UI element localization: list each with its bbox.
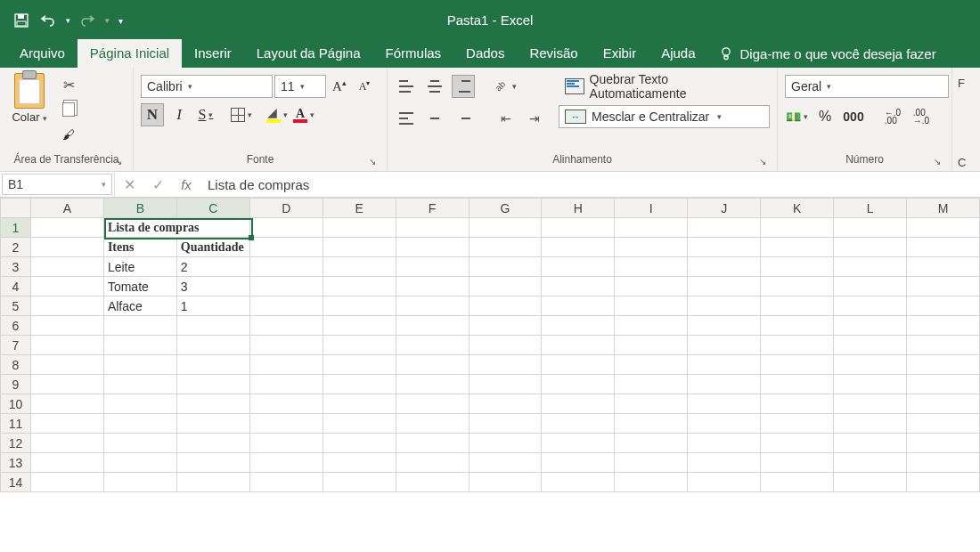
cell-A3[interactable] [30,257,103,277]
cell-C12[interactable] [176,434,249,453]
row-header-9[interactable]: 9 [1,375,31,394]
cell-L14[interactable] [834,473,907,492]
row-header-2[interactable]: 2 [1,238,31,257]
cell-E9[interactable] [323,375,396,394]
cell-A10[interactable] [30,394,103,414]
wrap-text-button[interactable]: Quebrar Texto Automaticamente [559,75,770,98]
row-header-4[interactable]: 4 [1,277,31,296]
cell-I9[interactable] [615,375,688,394]
row-header-12[interactable]: 12 [1,434,31,453]
cell-H10[interactable] [542,394,615,414]
cell-M1[interactable] [906,218,979,238]
cell-F8[interactable] [396,355,469,375]
tab-inserir[interactable]: Inserir [182,39,244,68]
cell-G1[interactable] [469,218,542,238]
cell-J11[interactable] [688,414,761,434]
cell-H11[interactable] [542,414,615,434]
cell-L1[interactable] [834,218,907,238]
cell-G13[interactable] [469,453,542,473]
cell-G6[interactable] [469,316,542,336]
merge-center-button[interactable]: Mesclar e Centralizar [559,105,770,128]
cell-A14[interactable] [30,473,103,492]
col-header-K[interactable]: K [761,199,834,218]
cell-F14[interactable] [396,473,469,492]
tab-revis-o[interactable]: Revisão [517,39,590,68]
align-bottom-button[interactable] [452,75,475,98]
cell-K5[interactable] [761,296,834,316]
cell-C2[interactable]: Quantidade [176,238,249,257]
cell-L3[interactable] [834,257,907,277]
cell-D12[interactable] [249,434,323,453]
cell-J9[interactable] [688,375,761,394]
cell-J2[interactable] [688,238,761,257]
row-header-6[interactable]: 6 [1,316,31,336]
tab-file[interactable]: Arquivo [7,39,78,68]
redo-dropdown[interactable]: ▾ [102,8,112,33]
cell-K1[interactable] [761,218,834,238]
cell-D5[interactable] [249,296,323,316]
cell-K11[interactable] [761,414,834,434]
cell-L11[interactable] [834,414,907,434]
cell-H14[interactable] [542,473,615,492]
cell-L8[interactable] [834,355,907,375]
cell-D2[interactable] [249,238,323,257]
cell-J3[interactable] [688,257,761,277]
cell-M8[interactable] [906,355,979,375]
cell-D11[interactable] [249,414,323,434]
col-header-I[interactable]: I [615,199,688,218]
cell-F10[interactable] [396,394,469,414]
col-header-M[interactable]: M [906,199,979,218]
cell-F11[interactable] [396,414,469,434]
increase-decimal-button[interactable]: ←.0.00 [881,105,904,128]
cell-G9[interactable] [469,375,542,394]
redo-button[interactable] [75,8,100,33]
cell-L2[interactable] [834,238,907,257]
orientation-button[interactable] [494,75,518,98]
cell-G14[interactable] [469,473,542,492]
cell-K6[interactable] [761,316,834,336]
cell-I12[interactable] [615,434,688,453]
cell-L13[interactable] [834,453,907,473]
cell-J1[interactable] [688,218,761,238]
cell-M9[interactable] [906,375,979,394]
cell-L4[interactable] [834,277,907,296]
cell-A13[interactable] [30,453,103,473]
cell-I13[interactable] [615,453,688,473]
row-header-14[interactable]: 14 [1,473,31,492]
cell-D1[interactable] [249,218,323,238]
cell-D4[interactable] [249,277,323,296]
cell-F9[interactable] [396,375,469,394]
cell-K12[interactable] [761,434,834,453]
increase-indent-button[interactable] [523,107,546,130]
col-header-L[interactable]: L [834,199,907,218]
insert-function-button[interactable]: fx [172,177,200,192]
cell-K8[interactable] [761,355,834,375]
cell-I5[interactable] [615,296,688,316]
cell-B8[interactable] [103,355,176,375]
percent-format-button[interactable]: % [813,105,837,128]
cell-M3[interactable] [906,257,979,277]
align-middle-button[interactable] [423,75,446,98]
qat-customize[interactable]: ▾ [114,8,127,33]
number-dialog-launcher[interactable]: ↘ [932,157,943,167]
cell-L12[interactable] [834,434,907,453]
cell-A12[interactable] [30,434,103,453]
cell-E8[interactable] [323,355,396,375]
tell-me-search[interactable]: Diga-me o que você deseja fazer [708,39,947,68]
cell-J4[interactable] [688,277,761,296]
cell-G2[interactable] [469,238,542,257]
clipboard-dialog-launcher[interactable]: ↘ [113,157,124,167]
cell-K9[interactable] [761,375,834,394]
cell-M6[interactable] [906,316,979,336]
cell-I11[interactable] [615,414,688,434]
cell-D13[interactable] [249,453,323,473]
tab-ajuda[interactable]: Ajuda [649,39,707,68]
cancel-formula-button[interactable]: ✕ [115,176,143,193]
cell-M2[interactable] [906,238,979,257]
cell-J13[interactable] [688,453,761,473]
cell-F1[interactable] [396,218,469,238]
cell-J6[interactable] [688,316,761,336]
cell-E4[interactable] [323,277,396,296]
col-header-E[interactable]: E [323,199,396,218]
save-button[interactable] [9,8,34,33]
